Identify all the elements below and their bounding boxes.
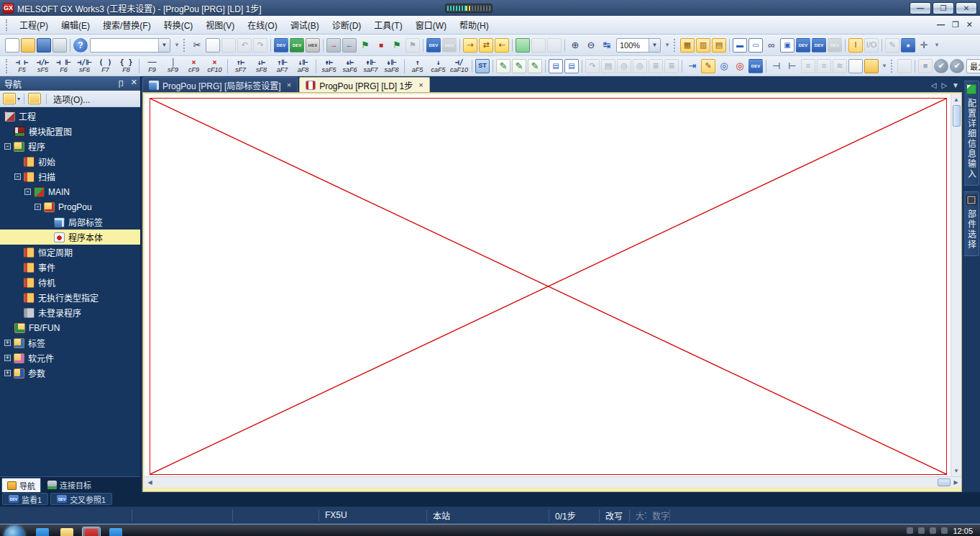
edit-disabled-icon[interactable]: ✎ xyxy=(885,38,899,53)
invert-result-button[interactable]: ↑aF5 xyxy=(408,58,427,74)
device-eye-icon[interactable]: ◉ xyxy=(901,38,915,53)
document-tab[interactable]: ProgPou [PRG] [LD] 1步 × xyxy=(299,77,430,92)
statement-icon[interactable] xyxy=(848,59,863,73)
edit-contact-icon[interactable]: ✎ xyxy=(512,59,526,73)
redo-icon[interactable]: ↷ xyxy=(253,38,267,53)
rising-pulse-close-button[interactable]: ↑⊩aF7 xyxy=(273,58,292,74)
delete-row-disabled-icon[interactable]: ≣ xyxy=(664,59,679,73)
menu-item[interactable]: 在线(O) xyxy=(241,18,283,34)
tree-display-dropdown-icon[interactable]: ▾ xyxy=(17,96,20,102)
pin-icon[interactable]: 卩 xyxy=(117,78,125,89)
edit-branch-icon[interactable]: ✎ xyxy=(528,59,542,73)
align-disabled-icon[interactable]: ≡ xyxy=(801,59,815,73)
monitor-stop-icon[interactable]: ■ xyxy=(374,38,388,53)
vertical-line-button[interactable]: │sF9 xyxy=(163,58,183,74)
menu-item[interactable]: 工具(T) xyxy=(367,18,408,34)
tree-item[interactable]: 初始 xyxy=(0,154,140,169)
window-save-icon[interactable]: ▣ xyxy=(780,38,794,53)
sheet-list-icon[interactable]: ▬ xyxy=(733,38,747,53)
check-all-icon[interactable]: ✔ xyxy=(950,59,964,73)
cut-icon[interactable]: ✂ xyxy=(190,38,204,53)
online-edit-icon[interactable]: ⇢ xyxy=(463,38,477,53)
tree-item[interactable]: x 模块配置图 xyxy=(0,124,140,139)
notch-left-icon[interactable]: ⊣ xyxy=(769,59,784,73)
falling-pulse-branch-button[interactable]: ↡⊢saF6 xyxy=(340,58,360,74)
vertical-scroll-thumb[interactable] xyxy=(953,105,961,127)
document-tab[interactable]: ProgPou [PRG] [局部标签设置] × xyxy=(142,77,298,92)
expander-icon[interactable]: + xyxy=(4,370,11,376)
tree-collapse-icon[interactable] xyxy=(28,93,41,104)
options-link[interactable]: 选项(O)... xyxy=(50,91,93,106)
undo-icon[interactable]: ↶ xyxy=(237,38,252,53)
menu-item[interactable]: 窗口(W) xyxy=(409,18,453,34)
online-change-icon[interactable]: ⇄ xyxy=(479,38,493,53)
delete-vertical-line-button[interactable]: ×cF10 xyxy=(205,58,224,74)
edit-mode-toggle-icon[interactable]: ✎ xyxy=(701,59,715,73)
tree-item[interactable]: + 标签 xyxy=(0,335,140,350)
panel-tab[interactable]: 导航 xyxy=(1,478,41,492)
scroll-right-icon[interactable]: ▶ xyxy=(951,477,961,488)
zoom-in-icon[interactable]: ⊕ xyxy=(568,38,582,53)
device-find-green-icon[interactable]: DEV xyxy=(290,38,304,53)
ladder-canvas[interactable] xyxy=(145,94,951,476)
open-contact-button[interactable]: ⊣ ⊢F5 xyxy=(12,58,32,74)
tray-icon[interactable] xyxy=(907,527,913,534)
new-project-icon[interactable] xyxy=(5,38,19,53)
horizontal-scroll-thumb[interactable] xyxy=(938,478,951,486)
taskbar-explorer-icon[interactable] xyxy=(58,527,76,536)
menu-item[interactable]: 诊断(D) xyxy=(326,18,368,34)
menu-item[interactable]: 转换(C) xyxy=(157,18,200,34)
scroll-down-icon[interactable]: ▼ xyxy=(951,465,962,476)
menu-item[interactable]: 工程(P) xyxy=(13,18,55,34)
invert-operation-button[interactable]: ⊣/caF10 xyxy=(449,58,469,74)
contact-grid-icon[interactable]: ▤ xyxy=(549,59,563,73)
horizontal-line-button[interactable]: ──F9 xyxy=(142,58,162,74)
vertical-scrollbar[interactable]: ▲ ▼ xyxy=(951,94,961,476)
tab-scroll-right-icon[interactable]: ▷ xyxy=(941,81,947,89)
application-instruction-button[interactable]: { }F8 xyxy=(116,58,136,74)
write-to-plc-icon[interactable]: → xyxy=(326,38,341,53)
expander-icon[interactable]: + xyxy=(4,340,11,346)
online-read-icon[interactable]: ⇠ xyxy=(495,38,509,53)
search-blue-icon[interactable]: ◎ xyxy=(717,59,731,73)
device-search-icon[interactable]: ✛ xyxy=(917,38,931,53)
save-project-icon[interactable] xyxy=(37,38,51,53)
taskbar-app-blue-icon[interactable] xyxy=(33,527,52,536)
paste-icon[interactable] xyxy=(221,38,236,53)
coil-button[interactable]: ( )F7 xyxy=(96,58,115,74)
device-find-hex-icon[interactable]: HEX xyxy=(306,38,320,53)
notch-right-icon[interactable]: ⊢ xyxy=(785,59,800,73)
tree-item[interactable]: 程序本体 xyxy=(0,230,140,245)
list-disabled-icon[interactable]: ▤ xyxy=(601,59,615,73)
print-icon[interactable] xyxy=(52,38,67,53)
tab-close-icon[interactable]: × xyxy=(418,81,423,89)
tree-item[interactable]: - 程序 xyxy=(0,139,140,154)
max-steps-combo[interactable]: 最大: ------- ▼ xyxy=(966,59,980,73)
dock-tab[interactable]: DEV 交叉参照1 xyxy=(50,493,112,505)
device-grid-icon[interactable]: DEV xyxy=(812,38,826,53)
delete-horizontal-line-button[interactable]: ×cF9 xyxy=(184,58,203,74)
window-monitor-icon[interactable] xyxy=(516,38,530,53)
tree-item[interactable]: 无执行类型指定 xyxy=(0,290,140,305)
taskbar-app-blue2-icon[interactable] xyxy=(106,527,125,536)
rising-pulse-close-branch-button[interactable]: ↟⊩saF7 xyxy=(361,58,380,74)
mdi-restore-button[interactable]: ❐ xyxy=(952,20,959,29)
expander-icon[interactable]: + xyxy=(4,355,11,361)
mdi-minimize-button[interactable]: — xyxy=(937,20,945,29)
label-edit-toggle-icon[interactable]: I xyxy=(848,38,863,53)
zoom-level-combo[interactable]: 100% ▼ xyxy=(616,38,661,53)
navigation-toggle-icon[interactable]: ▦ xyxy=(680,38,695,53)
find-disabled-icon[interactable]: ◎ xyxy=(617,59,631,73)
close-contact-button[interactable]: ⊣/⊢sF5 xyxy=(33,58,52,74)
taskbar-clock[interactable]: 12:05 xyxy=(953,527,973,535)
monitor-start-icon[interactable]: ⚑ xyxy=(358,38,372,53)
monitor-watch-icon[interactable]: ⚑ xyxy=(390,38,404,53)
align2-disabled-icon[interactable]: ≡ xyxy=(817,59,831,73)
insert-row-disabled-icon[interactable]: ≣ xyxy=(649,59,663,73)
tab-scroll-left-icon[interactable]: ◁ xyxy=(931,81,937,89)
tree-item[interactable]: 局部标签 xyxy=(0,214,140,230)
tree-item[interactable]: 待机 xyxy=(0,275,140,290)
window-monitor-disabled-icon[interactable] xyxy=(531,38,546,53)
menu-item[interactable]: 编辑(E) xyxy=(55,18,96,34)
module-config-toggle-icon[interactable]: ▥ xyxy=(696,38,710,53)
